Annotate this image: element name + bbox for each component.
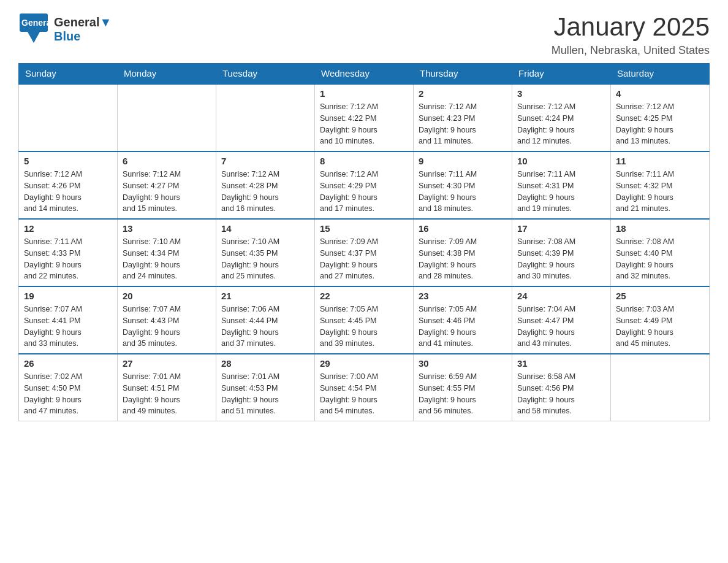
day-number-27: 27	[123, 358, 211, 369]
day-cell-22: 22Sunrise: 7:05 AM Sunset: 4:45 PM Dayli…	[315, 286, 414, 354]
day-info-3: Sunrise: 7:12 AM Sunset: 4:24 PM Dayligh…	[517, 101, 605, 147]
day-info-4: Sunrise: 7:12 AM Sunset: 4:25 PM Dayligh…	[616, 101, 704, 147]
day-info-20: Sunrise: 7:07 AM Sunset: 4:43 PM Dayligh…	[123, 304, 211, 350]
day-number-10: 10	[517, 156, 605, 166]
day-info-2: Sunrise: 7:12 AM Sunset: 4:23 PM Dayligh…	[419, 101, 507, 147]
day-cell-27: 27Sunrise: 7:01 AM Sunset: 4:51 PM Dayli…	[118, 354, 216, 421]
day-cell-15: 15Sunrise: 7:09 AM Sunset: 4:37 PM Dayli…	[315, 219, 414, 286]
day-cell-10: 10Sunrise: 7:11 AM Sunset: 4:31 PM Dayli…	[512, 151, 611, 219]
day-number-15: 15	[320, 223, 408, 234]
day-info-6: Sunrise: 7:12 AM Sunset: 4:27 PM Dayligh…	[123, 169, 211, 215]
day-cell-19: 19Sunrise: 7:07 AM Sunset: 4:41 PM Dayli…	[19, 286, 118, 354]
day-number-28: 28	[221, 358, 309, 369]
day-number-23: 23	[419, 291, 507, 301]
day-cell-3: 3Sunrise: 7:12 AM Sunset: 4:24 PM Daylig…	[512, 84, 611, 151]
day-number-14: 14	[221, 223, 309, 234]
day-info-30: Sunrise: 6:59 AM Sunset: 4:55 PM Dayligh…	[419, 371, 507, 417]
day-number-20: 20	[123, 291, 211, 301]
day-info-19: Sunrise: 7:07 AM Sunset: 4:41 PM Dayligh…	[24, 304, 112, 350]
empty-cell	[216, 84, 315, 151]
day-cell-2: 2Sunrise: 7:12 AM Sunset: 4:23 PM Daylig…	[414, 84, 512, 151]
day-info-16: Sunrise: 7:09 AM Sunset: 4:38 PM Dayligh…	[419, 236, 507, 282]
day-info-15: Sunrise: 7:09 AM Sunset: 4:37 PM Dayligh…	[320, 236, 408, 282]
day-cell-11: 11Sunrise: 7:11 AM Sunset: 4:32 PM Dayli…	[611, 151, 710, 219]
day-cell-12: 12Sunrise: 7:11 AM Sunset: 4:33 PM Dayli…	[19, 219, 118, 286]
day-number-26: 26	[24, 358, 112, 369]
header-day-monday: Monday	[118, 63, 216, 84]
day-info-13: Sunrise: 7:10 AM Sunset: 4:34 PM Dayligh…	[123, 236, 211, 282]
day-info-31: Sunrise: 6:58 AM Sunset: 4:56 PM Dayligh…	[517, 371, 605, 417]
page-header: General General▼ Blue January 2025 Mulle…	[18, 12, 710, 57]
day-number-6: 6	[123, 156, 211, 166]
logo-icon: General	[18, 12, 49, 46]
day-cell-1: 1Sunrise: 7:12 AM Sunset: 4:22 PM Daylig…	[315, 84, 414, 151]
day-number-9: 9	[419, 156, 507, 166]
calendar-body: 1Sunrise: 7:12 AM Sunset: 4:22 PM Daylig…	[19, 84, 710, 421]
day-cell-6: 6Sunrise: 7:12 AM Sunset: 4:27 PM Daylig…	[118, 151, 216, 219]
day-info-7: Sunrise: 7:12 AM Sunset: 4:28 PM Dayligh…	[221, 169, 309, 215]
month-title: January 2025	[552, 12, 710, 42]
empty-cell	[611, 354, 710, 421]
week-row-4: 19Sunrise: 7:07 AM Sunset: 4:41 PM Dayli…	[19, 286, 710, 354]
day-cell-16: 16Sunrise: 7:09 AM Sunset: 4:38 PM Dayli…	[414, 219, 512, 286]
calendar-table: SundayMondayTuesdayWednesdayThursdayFrid…	[18, 63, 710, 421]
day-info-25: Sunrise: 7:03 AM Sunset: 4:49 PM Dayligh…	[616, 304, 704, 350]
header-day-wednesday: Wednesday	[315, 63, 414, 84]
day-number-8: 8	[320, 156, 408, 166]
day-number-25: 25	[616, 291, 704, 301]
day-number-30: 30	[419, 358, 507, 369]
day-cell-17: 17Sunrise: 7:08 AM Sunset: 4:39 PM Dayli…	[512, 219, 611, 286]
day-number-1: 1	[320, 88, 408, 99]
day-cell-28: 28Sunrise: 7:01 AM Sunset: 4:53 PM Dayli…	[216, 354, 315, 421]
day-cell-9: 9Sunrise: 7:11 AM Sunset: 4:30 PM Daylig…	[414, 151, 512, 219]
day-number-21: 21	[221, 291, 309, 301]
day-cell-31: 31Sunrise: 6:58 AM Sunset: 4:56 PM Dayli…	[512, 354, 611, 421]
week-row-1: 1Sunrise: 7:12 AM Sunset: 4:22 PM Daylig…	[19, 84, 710, 151]
day-info-10: Sunrise: 7:11 AM Sunset: 4:31 PM Dayligh…	[517, 169, 605, 215]
header-day-tuesday: Tuesday	[216, 63, 315, 84]
day-number-2: 2	[419, 88, 507, 99]
svg-text:General: General	[21, 18, 49, 28]
day-number-11: 11	[616, 156, 704, 166]
week-row-5: 26Sunrise: 7:02 AM Sunset: 4:50 PM Dayli…	[19, 354, 710, 421]
day-cell-8: 8Sunrise: 7:12 AM Sunset: 4:29 PM Daylig…	[315, 151, 414, 219]
day-cell-14: 14Sunrise: 7:10 AM Sunset: 4:35 PM Dayli…	[216, 219, 315, 286]
day-info-9: Sunrise: 7:11 AM Sunset: 4:30 PM Dayligh…	[419, 169, 507, 215]
day-info-24: Sunrise: 7:04 AM Sunset: 4:47 PM Dayligh…	[517, 304, 605, 350]
logo-text-arrow: ▼	[99, 15, 112, 29]
empty-cell	[19, 84, 118, 151]
day-number-22: 22	[320, 291, 408, 301]
day-info-23: Sunrise: 7:05 AM Sunset: 4:46 PM Dayligh…	[419, 304, 507, 350]
day-info-8: Sunrise: 7:12 AM Sunset: 4:29 PM Dayligh…	[320, 169, 408, 215]
location: Mullen, Nebraska, United States	[552, 44, 710, 57]
title-section: January 2025 Mullen, Nebraska, United St…	[552, 12, 710, 57]
svg-marker-1	[28, 32, 40, 43]
empty-cell	[118, 84, 216, 151]
day-cell-18: 18Sunrise: 7:08 AM Sunset: 4:40 PM Dayli…	[611, 219, 710, 286]
logo: General General▼ Blue	[18, 12, 112, 46]
header-day-thursday: Thursday	[414, 63, 512, 84]
day-number-7: 7	[221, 156, 309, 166]
logo-svg: General	[18, 12, 49, 46]
day-number-18: 18	[616, 223, 704, 234]
day-number-3: 3	[517, 88, 605, 99]
header-day-sunday: Sunday	[19, 63, 118, 84]
day-info-17: Sunrise: 7:08 AM Sunset: 4:39 PM Dayligh…	[517, 236, 605, 282]
day-info-1: Sunrise: 7:12 AM Sunset: 4:22 PM Dayligh…	[320, 101, 408, 147]
day-cell-30: 30Sunrise: 6:59 AM Sunset: 4:55 PM Dayli…	[414, 354, 512, 421]
day-number-5: 5	[24, 156, 112, 166]
day-cell-21: 21Sunrise: 7:06 AM Sunset: 4:44 PM Dayli…	[216, 286, 315, 354]
day-info-22: Sunrise: 7:05 AM Sunset: 4:45 PM Dayligh…	[320, 304, 408, 350]
day-cell-24: 24Sunrise: 7:04 AM Sunset: 4:47 PM Dayli…	[512, 286, 611, 354]
day-info-5: Sunrise: 7:12 AM Sunset: 4:26 PM Dayligh…	[24, 169, 112, 215]
day-info-27: Sunrise: 7:01 AM Sunset: 4:51 PM Dayligh…	[123, 371, 211, 417]
day-cell-23: 23Sunrise: 7:05 AM Sunset: 4:46 PM Dayli…	[414, 286, 512, 354]
day-number-31: 31	[517, 358, 605, 369]
day-info-14: Sunrise: 7:10 AM Sunset: 4:35 PM Dayligh…	[221, 236, 309, 282]
logo-text-general: General▼	[54, 15, 112, 29]
week-row-3: 12Sunrise: 7:11 AM Sunset: 4:33 PM Dayli…	[19, 219, 710, 286]
day-number-13: 13	[123, 223, 211, 234]
week-row-2: 5Sunrise: 7:12 AM Sunset: 4:26 PM Daylig…	[19, 151, 710, 219]
day-cell-26: 26Sunrise: 7:02 AM Sunset: 4:50 PM Dayli…	[19, 354, 118, 421]
day-cell-7: 7Sunrise: 7:12 AM Sunset: 4:28 PM Daylig…	[216, 151, 315, 219]
